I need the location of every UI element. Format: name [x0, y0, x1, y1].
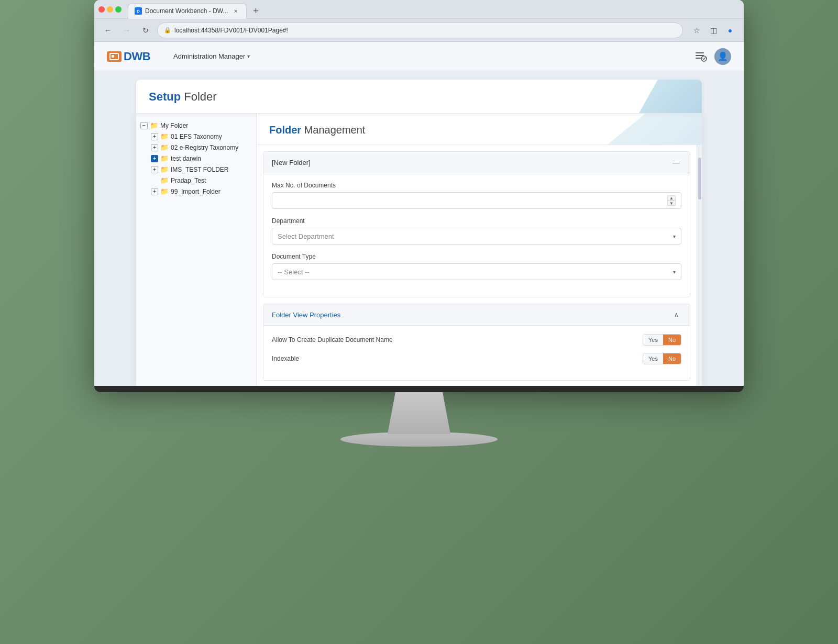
tasks-button[interactable]: [693, 49, 708, 64]
app-container: DWB Administration Manager ▾: [94, 42, 744, 386]
document-type-select[interactable]: -- Select -- ▾: [272, 263, 681, 280]
new-folder-section-header[interactable]: [New Folder] —: [263, 152, 690, 173]
close-traffic-light[interactable]: [98, 6, 105, 13]
nav-menu: Administration Manager ▾: [167, 49, 256, 63]
new-folder-body: Max No. of Documents ▲ ▼: [263, 173, 690, 297]
department-select[interactable]: Select Department ▾: [272, 228, 681, 245]
address-bar-area: ← → ↻ 🔒 localhost:44358/FDV001/FDV001Pag…: [94, 19, 744, 42]
indexable-toggle[interactable]: Yes No: [643, 353, 681, 364]
folder-view-properties-body: Allow To Create Duplicate Document Name …: [263, 326, 690, 380]
tree-label-2: test darwin: [171, 155, 201, 162]
app-logo: DWB: [107, 50, 150, 63]
user-icon: 👤: [718, 51, 728, 61]
page-title-folder: Folder: [184, 90, 216, 103]
browser-tab[interactable]: D Document Workbench - DW... ✕: [128, 3, 247, 19]
sidebar: − 📁 My Folder + 📁 01 EFS Taxonomy: [136, 114, 257, 386]
panel-content: [New Folder] — Max No. of Documents: [257, 145, 697, 386]
tree-toggle-1[interactable]: +: [151, 144, 158, 151]
scrollbar-track[interactable]: [697, 145, 702, 386]
tree-toggle-5[interactable]: +: [151, 188, 158, 195]
app-header: DWB Administration Manager ▾: [94, 42, 744, 71]
new-folder-section: [New Folder] — Max No. of Documents: [263, 151, 690, 297]
tree-item-0[interactable]: + 📁 01 EFS Taxonomy: [145, 131, 256, 142]
tree-toggle-0[interactable]: +: [151, 133, 158, 140]
tree-item-5[interactable]: + 📁 99_Import_Folder: [145, 186, 256, 197]
tree-root-item[interactable]: − 📁 My Folder: [136, 120, 256, 131]
stepper-up[interactable]: ▲: [667, 195, 676, 201]
security-icon: 🔒: [164, 27, 171, 34]
duplicate-doc-row: Allow To Create Duplicate Document Name …: [272, 334, 681, 346]
header-actions: 👤: [693, 48, 731, 65]
folder-view-properties-section: Folder View Properties ∧ Allow To Create…: [263, 304, 690, 381]
stepper-down[interactable]: ▼: [667, 201, 676, 206]
nav-item-administration[interactable]: Administration Manager ▾: [167, 49, 256, 63]
max-docs-input[interactable]: ▲ ▼: [272, 192, 681, 209]
browser-titlebar: D Document Workbench - DW... ✕ +: [94, 0, 744, 19]
scrollbar-thumb[interactable]: [698, 158, 701, 199]
folder-management-title: Folder Management: [269, 124, 689, 136]
indexable-yes-option[interactable]: Yes: [643, 353, 663, 364]
user-avatar[interactable]: 👤: [714, 48, 731, 65]
page-title-setup: Setup: [149, 90, 181, 103]
tree-toggle-3[interactable]: +: [151, 166, 158, 173]
duplicate-doc-no-option[interactable]: No: [663, 335, 681, 345]
page-title: Setup Folder: [149, 90, 689, 104]
document-type-placeholder: -- Select --: [278, 268, 310, 276]
tree-folder-icon-5: 📁: [160, 187, 169, 195]
browser-actions: ☆ ◫ ●: [689, 23, 737, 38]
document-type-arrow-icon: ▾: [673, 269, 676, 275]
back-button[interactable]: ←: [101, 23, 115, 38]
tree-folder-icon-1: 📁: [160, 143, 169, 151]
indexable-row: Indexable Yes No: [272, 353, 681, 364]
address-bar[interactable]: 🔒 localhost:44358/FDV001/FDV001Page#!: [157, 23, 683, 38]
indexable-no-option[interactable]: No: [663, 353, 681, 364]
department-placeholder: Select Department: [278, 232, 334, 240]
tree-label-5: 99_Import_Folder: [171, 188, 220, 195]
reload-button[interactable]: ↻: [138, 23, 153, 38]
department-group: Department Select Department ▾: [272, 217, 681, 245]
fm-title-management: Management: [304, 124, 366, 136]
indexable-label: Indexable: [272, 355, 636, 362]
tree-item-3[interactable]: + 📁 IMS_TEST FOLDER: [145, 164, 256, 175]
tab-favicon: D: [135, 7, 142, 15]
tree-root-toggle[interactable]: −: [140, 122, 148, 129]
forward-button[interactable]: →: [119, 23, 134, 38]
page-content: Setup Folder − 📁 My Folder: [94, 80, 744, 386]
tree-item-4[interactable]: 📁 Pradap_Test: [145, 175, 256, 186]
panel-scroll-area: [New Folder] — Max No. of Documents: [257, 145, 702, 386]
extensions-button[interactable]: ◫: [706, 23, 721, 38]
monitor-bottom-bezel: [94, 386, 744, 392]
duplicate-doc-toggle[interactable]: Yes No: [643, 334, 681, 346]
tree-item-2[interactable]: + 📁 test darwin: [145, 153, 256, 164]
duplicate-doc-yes-option[interactable]: Yes: [643, 335, 663, 345]
page-header: Setup Folder: [136, 80, 702, 114]
monitor-neck: [340, 392, 498, 434]
fm-title-folder: Folder: [269, 124, 301, 136]
folder-view-properties-header[interactable]: Folder View Properties ∧: [263, 304, 690, 326]
tree-label-1: 02 e-Registry Taxonomy: [171, 144, 238, 151]
profile-button[interactable]: ●: [723, 23, 737, 38]
document-type-label: Document Type: [272, 253, 681, 260]
url-text: localhost:44358/FDV001/FDV001Page#!: [174, 27, 288, 34]
monitor-stand: [340, 432, 498, 447]
main-panel: Folder Management [New Folder]: [257, 114, 702, 386]
tree-root-label: My Folder: [160, 122, 188, 129]
tab-close-button[interactable]: ✕: [231, 7, 240, 15]
department-label: Department: [272, 217, 681, 225]
folder-view-properties-collapse-button[interactable]: ∧: [671, 309, 681, 320]
department-arrow-icon: ▾: [673, 234, 676, 239]
tree-folder-icon-2: 📁: [160, 154, 169, 162]
maximize-traffic-light[interactable]: [115, 6, 122, 13]
new-folder-collapse-button[interactable]: —: [671, 157, 681, 168]
tree-label-0: 01 EFS Taxonomy: [171, 133, 222, 140]
document-type-group: Document Type -- Select -- ▾: [272, 253, 681, 280]
tree-toggle-2[interactable]: +: [151, 155, 158, 162]
tree-item-1[interactable]: + 📁 02 e-Registry Taxonomy: [145, 142, 256, 153]
minimize-traffic-light[interactable]: [107, 6, 113, 13]
svg-rect-1: [696, 55, 704, 56]
bookmark-button[interactable]: ☆: [689, 23, 704, 38]
new-tab-button[interactable]: +: [249, 4, 263, 19]
svg-rect-2: [696, 58, 701, 59]
logo-icon: [107, 51, 122, 62]
number-stepper[interactable]: ▲ ▼: [667, 195, 676, 206]
